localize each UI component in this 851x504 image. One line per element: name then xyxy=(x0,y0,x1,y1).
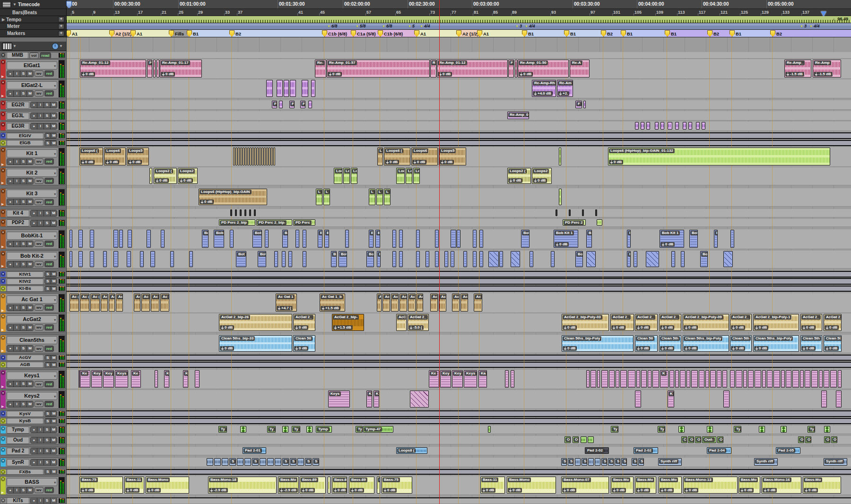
track-play-icon[interactable]: ▶ xyxy=(1,202,4,206)
record-arm-button[interactable] xyxy=(31,460,37,465)
solo-button[interactable]: S xyxy=(20,241,27,247)
track-collapse-icon[interactable]: ▾ xyxy=(1,272,5,276)
clip-gain-badge[interactable]: 0 dB xyxy=(161,72,175,77)
track-color-strip[interactable]: ▾▶ xyxy=(0,80,6,98)
track-color-strip[interactable]: ▾▶ xyxy=(0,168,6,185)
input-monitor-button[interactable]: I xyxy=(14,71,20,77)
input-monitor-button[interactable]: I xyxy=(37,448,44,454)
record-arm-button[interactable] xyxy=(7,91,14,96)
clip[interactable]: Bass-880 dB xyxy=(332,477,347,494)
track-collapse-icon[interactable]: ▾ xyxy=(1,363,5,367)
automation-mode-button[interactable]: red xyxy=(44,304,54,311)
clip[interactable] xyxy=(119,230,123,248)
clip-gain-badge[interactable]: 0 dB xyxy=(105,160,119,165)
track-collapse-icon[interactable]: ▾ xyxy=(1,101,5,105)
waveform-view-button[interactable]: wv xyxy=(35,261,43,267)
solo-button[interactable]: S xyxy=(44,448,51,454)
track-lane[interactable] xyxy=(66,458,851,467)
solo-button[interactable]: S xyxy=(45,356,51,360)
track-collapse-icon[interactable]: ▾ xyxy=(1,356,5,360)
input-monitor-button[interactable]: I xyxy=(14,91,20,96)
track-name[interactable]: Clean5ths▾ xyxy=(7,336,57,344)
clip[interactable] xyxy=(597,219,602,226)
clip[interactable]: Loops6 (HipHop)_bip-GAIN_01-1320 dB xyxy=(608,148,830,165)
clip[interactable]: AcGat 2_-5.0 ( xyxy=(408,314,429,331)
track-color-strip[interactable]: ▾ xyxy=(0,122,6,130)
input-monitor-button[interactable]: I xyxy=(37,113,44,119)
track-collapse-icon[interactable]: ▾ xyxy=(1,112,5,116)
clip[interactable] xyxy=(635,391,641,408)
record-arm-button[interactable] xyxy=(31,448,37,454)
clip-gain-badge[interactable]: 0 dB xyxy=(350,488,364,493)
clip[interactable]: Ke xyxy=(429,370,439,388)
input-monitor-button[interactable]: I xyxy=(14,159,20,165)
track-name[interactable]: ElGat2-L▾ xyxy=(7,81,57,89)
clip[interactable] xyxy=(243,148,244,165)
mute-button[interactable]: M xyxy=(51,123,57,129)
clip[interactable]: Keys xyxy=(115,370,128,388)
mute-button[interactable]: M xyxy=(51,133,57,138)
clip[interactable] xyxy=(805,370,810,388)
track-name[interactable]: Kit 2▾ xyxy=(7,169,57,177)
track-collapse-icon[interactable]: ▾ xyxy=(1,53,5,57)
input-monitor-button[interactable]: I xyxy=(14,199,20,205)
clip[interactable] xyxy=(620,370,627,388)
solo-button[interactable]: S xyxy=(44,210,51,216)
tempo-ruler[interactable]: 96.49 xyxy=(0,16,851,23)
clip[interactable]: Synth riff xyxy=(658,458,682,466)
solo-button[interactable]: S xyxy=(20,325,27,330)
automation-mode-button[interactable]: red xyxy=(44,487,54,493)
clip[interactable] xyxy=(616,370,619,388)
clip[interactable]: Loops50 dB xyxy=(127,148,149,165)
clip[interactable]: Ac ( xyxy=(439,294,446,312)
clip[interactable] xyxy=(303,230,306,248)
track-name[interactable]: AcGat2▾ xyxy=(7,315,57,323)
clip-gain-badge[interactable]: 0 dB xyxy=(804,488,818,493)
clip-gain-badge[interactable]: 0 dB xyxy=(754,325,768,330)
clip[interactable]: R xyxy=(430,60,436,78)
track-name[interactable]: Pad 2 xyxy=(7,448,29,455)
track-play-icon[interactable]: ▶ xyxy=(1,328,4,332)
clip[interactable] xyxy=(696,122,700,130)
clip-gain-badge[interactable]: 0 dB xyxy=(563,346,577,351)
mute-button[interactable]: M xyxy=(51,210,57,216)
clip[interactable]: Re-Amp_01-500 dB xyxy=(518,60,569,78)
automation-mode-button[interactable]: red xyxy=(44,346,54,352)
clip[interactable]: AcGat 2_bip-Poly-10 dB xyxy=(753,314,799,331)
solo-button[interactable]: S xyxy=(44,437,51,443)
clip-gain-badge[interactable]: 0 dB xyxy=(801,346,816,351)
clip[interactable]: S xyxy=(290,458,296,466)
track-name[interactable]: ElGtV xyxy=(7,133,43,139)
clip[interactable]: Key xyxy=(440,370,451,388)
input-monitor-button[interactable]: I xyxy=(14,401,20,407)
record-arm-button[interactable] xyxy=(31,210,37,216)
marker-flag[interactable]: C1b (6/8) xyxy=(322,30,347,37)
clip[interactable]: L xyxy=(323,189,330,205)
track-lane[interactable] xyxy=(66,251,851,269)
track-play-icon[interactable]: ▶ xyxy=(1,491,4,495)
clip[interactable]: Pad 2-05 xyxy=(776,447,800,454)
clip[interactable] xyxy=(266,80,273,97)
clip[interactable] xyxy=(710,370,716,388)
clip[interactable] xyxy=(601,370,608,388)
clip[interactable] xyxy=(69,230,72,248)
clip[interactable] xyxy=(328,477,330,494)
clip[interactable] xyxy=(773,370,780,388)
track-lane[interactable] xyxy=(66,122,851,131)
clip[interactable]: Bob Kit 10 dB xyxy=(660,230,684,248)
clip-gain-badge[interactable]: 0 dB xyxy=(80,160,95,165)
clip[interactable]: Lo xyxy=(406,168,412,184)
solo-button[interactable]: S xyxy=(20,71,27,77)
track-name[interactable]: FXBs xyxy=(7,469,43,475)
track-color-strip[interactable]: ▾ xyxy=(0,133,6,139)
clip[interactable] xyxy=(457,230,460,248)
clip[interactable]: PD Perc 2_bip- xyxy=(256,219,292,226)
clip[interactable] xyxy=(207,458,213,466)
tempo-expand-icon[interactable]: ▶ xyxy=(2,17,5,22)
meter-change[interactable]: 6/8 xyxy=(382,24,392,28)
clip-gain-badge[interactable]: 0 dB xyxy=(754,346,768,351)
track-name-dropdown-icon[interactable]: ▾ xyxy=(54,83,56,89)
clip[interactable] xyxy=(244,458,251,466)
mute-button[interactable]: M xyxy=(27,401,33,407)
clip[interactable]: E xyxy=(377,477,380,494)
